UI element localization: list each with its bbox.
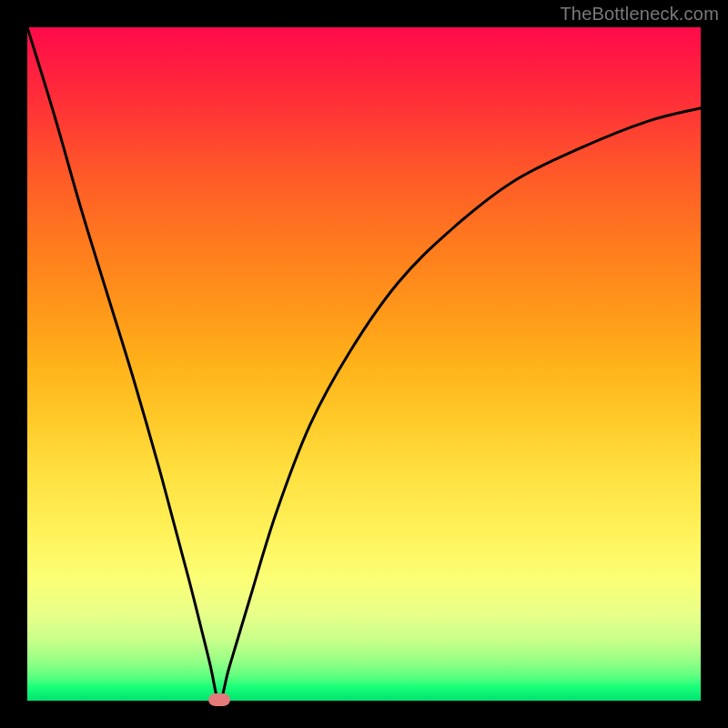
chart-frame: TheBottleneck.com bbox=[0, 0, 728, 728]
plot-area bbox=[27, 27, 701, 701]
bottleneck-curve bbox=[27, 27, 701, 701]
curve-svg bbox=[27, 27, 701, 701]
optimal-marker bbox=[208, 693, 230, 706]
watermark-text: TheBottleneck.com bbox=[560, 4, 719, 25]
